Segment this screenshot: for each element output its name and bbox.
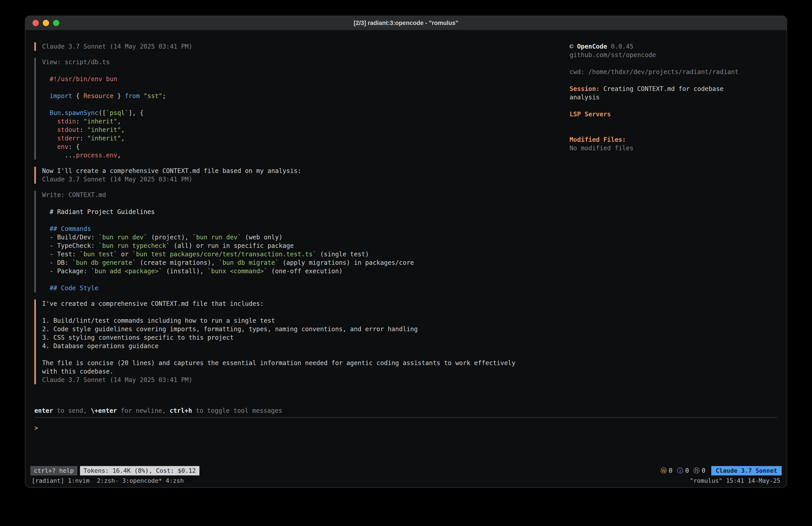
traffic-lights xyxy=(32,16,59,30)
text-line: stderr: "inherit", xyxy=(42,134,569,143)
text-line: I've created a comprehensive CONTEXT.md … xyxy=(42,300,569,308)
text-segment: { xyxy=(72,92,84,100)
text-segment: ... xyxy=(42,152,76,159)
text-line: - TypeCheck: `bun run typecheck` (all) o… xyxy=(42,242,569,250)
help-shortcut-badge: ctrl+? help xyxy=(30,466,77,475)
text-segment: , xyxy=(121,126,125,133)
text-segment: - Build/Dev: xyxy=(42,233,99,241)
text-line: © OpenCode 0.0.45 xyxy=(569,42,781,51)
warning-count-icon: Ⓦ xyxy=(661,467,667,475)
text-segment: stdout xyxy=(57,126,79,133)
text-segment: Modified Files: xyxy=(569,136,626,143)
text-segment: - TypeCheck: xyxy=(42,242,99,250)
text-segment: 4. Database operations guidance xyxy=(42,342,159,350)
text-line: 3. CSS styling conventions specific to t… xyxy=(42,333,569,342)
diagnostic-count: 0 xyxy=(669,467,672,475)
hint-count-icon: ⓗ xyxy=(694,467,700,475)
text-line: ## Code Style xyxy=(42,284,569,293)
status-right-group: Ⓦ0ⓘ0ⓗ0 Claude 3.7 Sonnet xyxy=(661,466,782,475)
text-line xyxy=(42,216,569,225)
input-area[interactable] xyxy=(25,432,787,466)
text-segment: I've created a comprehensive CONTEXT.md … xyxy=(42,300,264,307)
text-segment: `bun run typecheck` xyxy=(99,242,170,250)
text-line xyxy=(569,127,781,136)
text-segment: (web only) xyxy=(241,233,282,241)
text-line: Bun.spawnSync([`psql`], { xyxy=(42,109,569,117)
sidebar-lines: © OpenCode 0.0.45github.com/sst/opencode… xyxy=(569,42,781,153)
text-line xyxy=(569,59,781,68)
text-segment: } xyxy=(113,92,125,100)
text-segment: Session: xyxy=(569,85,600,93)
text-line: No modified files xyxy=(569,144,781,153)
text-segment xyxy=(140,92,144,100)
text-line: Session: Creating CONTEXT.md for codebas… xyxy=(569,85,781,93)
text-segment: . xyxy=(61,109,64,117)
text-line xyxy=(569,102,781,110)
diagnostic-item: ⓘ0 xyxy=(677,467,689,475)
text-segment: import xyxy=(50,92,72,100)
text-segment: github.com/sst/opencode xyxy=(569,51,656,59)
text-segment: Claude 3.7 Sonnet (14 May 2025 03:41 PM) xyxy=(42,43,192,50)
close-button[interactable] xyxy=(32,20,39,26)
text-segment: OpenCode xyxy=(577,43,607,50)
hint-segment: for newline, xyxy=(117,407,170,414)
assistant-message-block: Now I'll create a comprehensive CONTEXT.… xyxy=(34,167,569,184)
tmux-status-bar: [radiant] 1:nvim 2:zsh- 3:opencode* 4:zs… xyxy=(25,475,787,486)
text-segment: env xyxy=(57,143,69,151)
terminal-window: [2/3] radiant:3:opencode - "romulus" Cla… xyxy=(25,16,787,488)
zoom-button[interactable] xyxy=(53,20,59,26)
text-segment xyxy=(42,118,57,125)
text-line: Claude 3.7 Sonnet (14 May 2025 03:41 PM) xyxy=(42,42,569,51)
prompt-input[interactable]: > xyxy=(25,418,787,432)
text-segment: `bun run dev` xyxy=(99,233,147,241)
text-segment: # Radiant Project Guidelines xyxy=(42,208,155,215)
window-titlebar[interactable]: [2/3] radiant:3:opencode - "romulus" xyxy=(25,16,787,30)
hint-segment: ctrl+h xyxy=(170,407,192,414)
diagnostic-count: 0 xyxy=(702,467,706,475)
text-segment: (all) or run in specific package xyxy=(170,242,294,250)
text-segment: , xyxy=(117,152,121,159)
text-line: ## Commands xyxy=(42,225,569,233)
text-segment: `bun db migrate` xyxy=(219,259,279,266)
text-segment: - Package: xyxy=(42,268,91,275)
text-segment: "inherit" xyxy=(83,118,117,125)
text-segment: (apply migrations) in packages/core xyxy=(279,259,414,266)
text-segment: (single test) xyxy=(316,251,369,258)
text-line: View: script/db.ts xyxy=(42,58,569,67)
tmux-session-info: "romulus" 15:41 14-May-25 xyxy=(690,477,780,485)
text-segment: (install), xyxy=(162,268,207,275)
text-segment: (create migrations), xyxy=(136,259,219,266)
text-line: with this codebase. xyxy=(42,367,569,376)
text-line: Claude 3.7 Sonnet (14 May 2025 03:41 PM) xyxy=(42,376,569,384)
status-bar: ctrl+? help Tokens: 16.4K (8%), Cost: $0… xyxy=(25,466,787,475)
text-segment: Claude 3.7 Sonnet (14 May 2025 03:41 PM) xyxy=(42,376,192,384)
text-line xyxy=(42,83,569,92)
assistant-summary-block: I've created a comprehensive CONTEXT.md … xyxy=(34,300,569,384)
text-segment xyxy=(42,143,57,151)
text-line: env: { xyxy=(42,143,569,151)
text-segment: `psql` xyxy=(106,109,129,117)
text-segment: , xyxy=(121,134,125,142)
text-segment: with this codebase. xyxy=(42,368,113,375)
text-segment xyxy=(42,109,50,117)
text-segment xyxy=(42,126,57,133)
text-line xyxy=(569,118,781,127)
text-line: Write: CONTEXT.md xyxy=(42,191,569,199)
tmux-window-list[interactable]: [radiant] 1:nvim 2:zsh- 3:opencode* 4:zs… xyxy=(32,477,184,485)
text-segment: #!/usr/bin/env bun xyxy=(42,75,117,83)
text-segment: The file is concise (20 lines) and captu… xyxy=(42,359,516,367)
text-segment: cwd: /home/thdxr/dev/projects/radiant/ra… xyxy=(569,68,739,75)
text-segment: Resource xyxy=(83,92,113,100)
text-segment xyxy=(42,92,50,100)
text-line xyxy=(569,76,781,85)
minimize-button[interactable] xyxy=(43,20,49,26)
text-line: ...process.env, xyxy=(42,151,569,160)
text-segment: 1. Build/lint/test commands including ho… xyxy=(42,317,275,324)
text-segment: : xyxy=(80,126,87,133)
text-segment: ## Code Style xyxy=(42,284,99,292)
text-segment: stdin xyxy=(57,118,76,125)
hint-segment: to send, xyxy=(53,407,91,414)
text-line: # Radiant Project Guidelines xyxy=(42,208,569,216)
text-segment: 3. CSS styling conventions specific to t… xyxy=(42,334,234,341)
terminal-screen: Claude 3.7 Sonnet (14 May 2025 03:41 PM)… xyxy=(25,30,787,487)
